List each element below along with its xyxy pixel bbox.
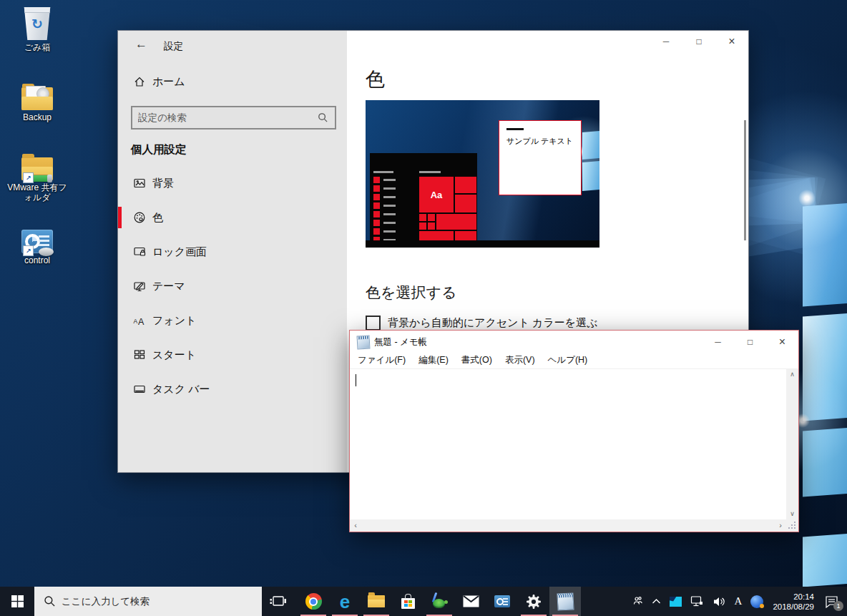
maximize-button[interactable]: □ (682, 31, 715, 52)
resize-grip[interactable] (786, 519, 798, 532)
menu-edit[interactable]: 編集(E) (412, 353, 455, 368)
sidebar-item-label: ロック画面 (152, 245, 207, 259)
chrome-icon (305, 593, 322, 610)
taskbar-tortoise-button[interactable] (424, 587, 455, 616)
taskbar-explorer-button[interactable] (361, 587, 392, 616)
close-button[interactable]: × (766, 331, 798, 353)
menu-format[interactable]: 書式(O) (455, 353, 499, 368)
taskbar-store-button[interactable] (392, 587, 424, 616)
settings-scrollbar-thumb[interactable] (744, 120, 746, 240)
auto-accent-checkbox-row[interactable]: 背景から自動的にアクセント カラーを選ぶ (366, 316, 597, 331)
system-tray: A 20:14 2018/08/29 1 (625, 587, 847, 616)
file-explorer-icon (368, 595, 385, 607)
recycle-symbol-icon: ↻ (24, 16, 51, 32)
show-hidden-icons-button[interactable] (647, 587, 665, 616)
checkbox[interactable] (366, 316, 381, 331)
microsoft-store-icon (401, 598, 415, 609)
taskbar-search-box[interactable] (34, 587, 262, 616)
gear-icon (525, 593, 542, 610)
sidebar-item-label: 背景 (152, 177, 174, 190)
network-icon (690, 595, 704, 607)
tray-ime-globe-button[interactable] (746, 587, 768, 616)
scroll-right-icon[interactable] (775, 519, 786, 532)
control-panel-icon (21, 230, 53, 253)
task-view-icon (269, 592, 287, 610)
taskbar-search-input[interactable] (56, 596, 262, 607)
horizontal-scrollbar[interactable] (350, 519, 786, 532)
sidebar-item-home[interactable]: ホーム (118, 67, 347, 96)
sidebar-item-label: テーマ (152, 280, 185, 293)
svg-text:A: A (138, 317, 145, 327)
taskbar-clock[interactable]: 20:14 2018/08/29 (768, 587, 819, 616)
desktop-icon-label: Backup (4, 112, 70, 122)
photo-icon (670, 597, 682, 607)
desktop-icon-control[interactable]: control (4, 217, 70, 265)
back-button[interactable]: ← (131, 36, 152, 52)
tray-photo-app-button[interactable] (665, 587, 686, 616)
taskbar-mail-button[interactable] (455, 587, 486, 616)
volume-button[interactable] (708, 587, 730, 616)
preview-title-dash (506, 128, 524, 130)
notepad-titlebar[interactable]: 無題 - メモ帳 ─ □ × (350, 331, 798, 353)
scroll-left-icon[interactable] (350, 519, 361, 532)
svg-text:A: A (134, 318, 138, 325)
start-button[interactable] (0, 587, 34, 616)
sidebar-item-fonts[interactable]: AA フォント (118, 305, 347, 336)
minimize-button[interactable]: ─ (702, 331, 734, 353)
people-button[interactable] (625, 587, 647, 616)
chevron-up-icon (652, 598, 661, 605)
notepad-icon (357, 336, 371, 350)
turtle-app-icon (431, 593, 448, 610)
settings-window-title: 設定 (164, 40, 183, 53)
ime-mode-indicator[interactable]: A (730, 587, 747, 616)
settings-search-box[interactable] (131, 106, 336, 129)
desktop-icon-backup[interactable]: Backup (4, 74, 70, 122)
taskbar: e (0, 587, 847, 616)
control-panel-icon (494, 595, 510, 607)
minimize-button[interactable]: ─ (650, 31, 682, 52)
close-button[interactable]: × (715, 31, 748, 52)
settings-search-input[interactable] (132, 112, 318, 123)
taskbar-chrome-button[interactable] (298, 587, 329, 616)
search-icon (44, 595, 56, 607)
text-caret (356, 374, 356, 386)
taskbar-notepad-button[interactable] (549, 587, 581, 616)
menu-view[interactable]: 表示(V) (499, 353, 542, 368)
sidebar-item-label: フォント (152, 314, 196, 328)
palette-icon (133, 211, 146, 224)
taskbar-settings-button[interactable] (518, 587, 549, 616)
notepad-text-area[interactable] (350, 368, 786, 519)
task-view-button[interactable] (262, 587, 293, 616)
taskbar-control-panel-button[interactable] (486, 587, 518, 616)
desktop-icon-recycle-bin[interactable]: ↻ ごみ箱 (4, 4, 70, 52)
preview-accent-tile: Aa (419, 177, 454, 212)
sidebar-item-themes[interactable]: テーマ (118, 270, 347, 302)
scroll-up-icon[interactable] (786, 368, 798, 380)
sidebar-section-header: 個人用設定 (131, 142, 187, 157)
sidebar-item-background[interactable]: 背景 (118, 167, 347, 199)
maximize-button[interactable]: □ (734, 331, 766, 353)
clock-date: 2018/08/29 (773, 602, 814, 611)
settings-window-controls: ─ □ × (650, 31, 748, 52)
menu-help[interactable]: ヘルプ(H) (542, 353, 594, 368)
globe-icon (750, 595, 763, 608)
sidebar-item-label: タスク バー (152, 383, 210, 396)
vertical-scrollbar[interactable] (786, 368, 798, 519)
preview-start-menu: Aa (370, 153, 477, 240)
scroll-down-icon[interactable] (786, 508, 798, 519)
taskbar-apps: e (298, 587, 581, 616)
fonts-icon: AA (133, 314, 146, 327)
taskbar-edge-button[interactable]: e (329, 587, 361, 616)
home-icon (133, 75, 146, 88)
lock-screen-icon (133, 245, 146, 258)
theme-icon (133, 280, 146, 293)
network-button[interactable] (686, 587, 708, 616)
action-center-button[interactable]: 1 (819, 587, 843, 616)
sidebar-item-colors[interactable]: 色 (118, 202, 347, 233)
sidebar-item-taskbar[interactable]: タスク バー (118, 373, 347, 405)
desktop-icon-vmware-shared-folder[interactable]: VMware 共有フォルダ (4, 145, 70, 202)
edge-icon: e (340, 593, 350, 610)
menu-file[interactable]: ファイル(F) (351, 353, 412, 368)
sidebar-item-lock-screen[interactable]: ロック画面 (118, 236, 347, 268)
sidebar-item-start[interactable]: スタート (118, 339, 347, 371)
